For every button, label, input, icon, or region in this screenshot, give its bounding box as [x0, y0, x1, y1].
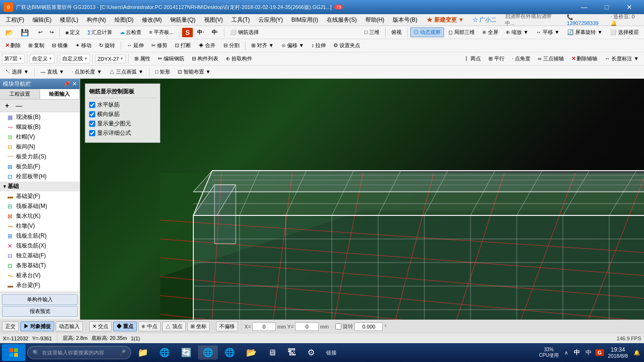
tree-group-foundation[interactable]: ▼ 基础	[0, 181, 80, 191]
tb-level-plate[interactable]: ≡ 平齐板...	[146, 27, 177, 37]
expand-icon[interactable]: ▼	[2, 184, 8, 189]
tb-open-file[interactable]: 📂	[2, 27, 17, 38]
menu-floor[interactable]: 楼层(L)	[56, 15, 82, 25]
menu-file[interactable]: 工程(F)	[2, 15, 28, 25]
tb-rotate[interactable]: ↻ 旋转	[96, 41, 118, 50]
checkbox-show-formula[interactable]	[89, 130, 95, 136]
tree-item-plate-room[interactable]: ⊟ 板间(N)	[0, 142, 80, 152]
tb-offset[interactable]: ⊙ 偏移 ▼	[278, 41, 307, 50]
tb-del-axis[interactable]: ✕ 删除辅轴	[568, 54, 601, 64]
taskbar-app-ie[interactable]: 🌐	[220, 346, 239, 360]
tb-axis-line[interactable]: 自定义线	[60, 54, 90, 64]
tree-item-spiral-plate[interactable]: 〜 螺旋板(B)	[0, 122, 80, 132]
tb-topview[interactable]: 俯视	[388, 27, 405, 37]
tb-sum[interactable]: Σ 汇总计算	[84, 27, 116, 37]
taskbar-app-folder[interactable]: 📁	[133, 346, 153, 360]
snap-no-offset[interactable]: 不偏移	[216, 321, 238, 331]
tb-setpoint[interactable]: ⚙ 设置夹点	[330, 41, 363, 50]
tb-save[interactable]: 💾	[17, 27, 32, 38]
tray-ime[interactable]: 中	[584, 347, 594, 358]
panel-add-btn[interactable]: +	[2, 100, 12, 111]
tb-redo[interactable]: ↪	[46, 28, 57, 37]
minimize-button[interactable]: —	[573, 0, 595, 14]
tb-arc-tool[interactable]: △ 三点画弧 ▼	[106, 67, 147, 77]
tree-item-sump[interactable]: ⊠ 集水坑(K)	[0, 211, 80, 221]
check-transverse-rebar[interactable]: 横向纵筋	[89, 110, 156, 118]
menu-edit[interactable]: 编辑(E)	[29, 15, 55, 25]
tray-expand[interactable]: ∧	[562, 349, 570, 357]
tree-item-indep-foundation[interactable]: ⊟ 独立基础(F)	[0, 251, 80, 261]
snap-coord[interactable]: ⊞ 坐标	[187, 321, 210, 331]
tb-rect-tool[interactable]: □ 矩形	[152, 67, 173, 77]
tab-draw-input[interactable]: 绘图输入	[40, 89, 80, 99]
maximize-button[interactable]: □	[596, 0, 618, 14]
snap-intersect[interactable]: ✕ 交点	[89, 321, 112, 331]
tb-smart-layout[interactable]: ⊡ 智能布置 ▼	[174, 67, 214, 77]
tree-item-xianjiao-plate[interactable]: ▦ 现浇板(B)	[0, 112, 80, 122]
tb-two-point[interactable]: 丨 两点	[461, 54, 484, 64]
menu-online[interactable]: 在线服务(S)	[323, 15, 361, 25]
menu-guangfa[interactable]: ☆ 广小二	[469, 15, 500, 25]
tb-select-floor[interactable]: ⬜ 选择楼层	[607, 27, 642, 37]
menu-steel[interactable]: 钢筋量(Q)	[166, 15, 199, 25]
viewport-3d[interactable]: Z X Y 钢筋显示控制面板 水平纵筋 横向纵筋	[80, 79, 644, 320]
taskbar-clock[interactable]: 19:34 2018/8/8	[608, 346, 628, 359]
y-coord-input[interactable]	[295, 322, 319, 331]
taskbar-link-label[interactable]: 链接	[322, 347, 341, 358]
menu-part[interactable]: 构件(N)	[83, 15, 110, 25]
tb-stretch[interactable]: ↕ 拉伸	[308, 41, 330, 50]
x-coord-input[interactable]	[252, 322, 276, 331]
tree-item-plate-rebar[interactable]: 〰 板受力筋(S)	[0, 152, 80, 162]
tb-line-tool[interactable]: — 直线 ▼	[37, 67, 67, 77]
tb-trim[interactable]: ✂ 修剪	[148, 41, 171, 50]
tb-part-list[interactable]: ⊟ 构件列表	[189, 54, 222, 64]
menu-draw[interactable]: 绘图(D)	[111, 15, 138, 25]
menu-version[interactable]: 版本号(B)	[389, 15, 421, 25]
menu-view[interactable]: 视图(V)	[200, 15, 227, 25]
tree-item-pile-cap[interactable]: 〜 桩承台(V)	[0, 271, 80, 280]
tray-glodon[interactable]: G	[595, 349, 604, 356]
taskbar-search[interactable]: 🔍 在这里输入你要搜索的内容 🎤	[27, 346, 131, 359]
rotate-checkbox[interactable]	[335, 323, 341, 329]
tray-lang[interactable]: 中	[572, 347, 582, 358]
tb-break[interactable]: ⊡ 打断	[172, 41, 194, 50]
tb-center[interactable]: 中·	[194, 27, 207, 37]
tb-zdyx[interactable]: ZDYX-27	[95, 55, 126, 63]
tree-item-pier[interactable]: 〜 柱墩(V)	[0, 221, 80, 231]
tb-3d[interactable]: □ 三维	[361, 27, 383, 37]
close-button[interactable]: ✕	[619, 0, 640, 14]
tb-partial3d[interactable]: ◻ 局部三维	[445, 27, 478, 37]
snap-dynamic[interactable]: 动态输入	[56, 321, 83, 331]
tb-sanzhi-logo[interactable]: S	[182, 28, 193, 37]
panel-pin-button[interactable]: 📌	[63, 81, 70, 87]
check-show-few[interactable]: 显示量少图元	[89, 120, 156, 128]
tb-delete[interactable]: ✕ 删除	[2, 41, 24, 50]
tb-undo[interactable]: ↩	[35, 28, 46, 37]
rotate-input[interactable]	[355, 322, 383, 331]
tb-extend[interactable]: ↔ 延伸	[124, 41, 147, 50]
tree-item-strip-layer[interactable]: ⊡ 栓层板带(H)	[0, 172, 80, 181]
menu-new-change[interactable]: ★ 新建变更 ▼	[423, 15, 468, 25]
tab-project-settings[interactable]: 工程设置	[0, 89, 40, 99]
tree-item-column-cap[interactable]: ⊠ 柱帽(V)	[0, 132, 80, 142]
tb-edit-steel[interactable]: ✏ 编辑钢筋	[155, 54, 188, 64]
tree-item-main-rebar[interactable]: ⊞ 筏板主筋(R)	[0, 231, 80, 241]
menu-modify[interactable]: 修改(M)	[138, 15, 165, 25]
tb-divide[interactable]: ⊟ 分割	[220, 41, 243, 50]
tb-length-dim[interactable]: ↔ 长度标注 ▼	[602, 54, 642, 64]
tb-three-axis[interactable]: ∞ 三点辅轴	[535, 54, 567, 64]
tb-parallel[interactable]: ⊞ 平行	[485, 54, 508, 64]
report-preview-btn[interactable]: 报表预览	[2, 306, 78, 317]
snap-endpoint[interactable]: △ 顶点	[162, 321, 186, 331]
tb-point-angle[interactable]: · 点角度	[509, 54, 534, 64]
tree-item-cap-beam[interactable]: ▬ 承台梁(F)	[0, 280, 80, 290]
tb-steel-select[interactable]: ⬜ 钢筋选择	[227, 27, 262, 37]
tb-orbit[interactable]: ◎ 动态观察	[410, 27, 444, 37]
tb-fullscreen[interactable]: ⊕ 全屏	[479, 27, 502, 37]
snap-object[interactable]: ▶ 对象捕捉	[20, 321, 54, 331]
taskbar-app-settings[interactable]: ⚙	[303, 346, 320, 360]
tree-item-neg-rebar2[interactable]: ✕ 筏板负筋(X)	[0, 241, 80, 251]
tb-pick-part[interactable]: ⊕ 拾取构件	[223, 54, 256, 64]
panel-minus-btn[interactable]: —	[12, 100, 25, 111]
taskbar-app-glodon[interactable]: 🏗	[283, 346, 301, 360]
